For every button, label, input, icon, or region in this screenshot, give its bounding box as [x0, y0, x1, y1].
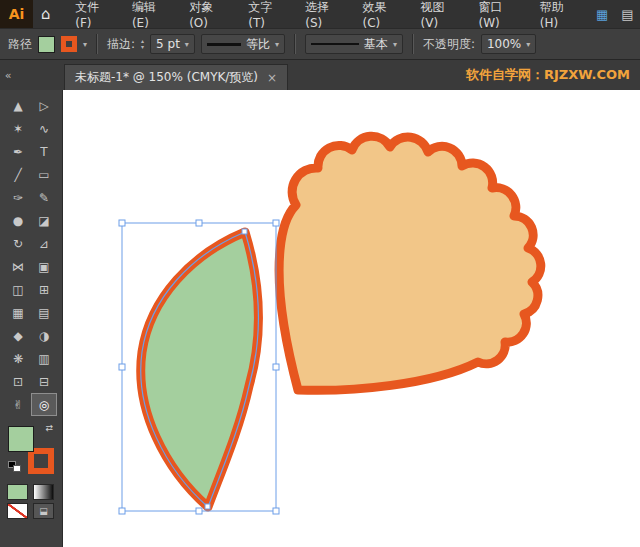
collapse-dock-icon[interactable]: «: [0, 60, 16, 90]
fill-proxy[interactable]: [8, 426, 34, 452]
tools-panel: ▲ ▷ ✶ ∿ ✒ T ╱ ▭ ✑ ✎ ● ◪: [0, 90, 63, 547]
tool-blend[interactable]: ◑: [31, 324, 57, 347]
menu-list: 文件(F) 编辑(E) 对象(O) 文字(T) 选择(S) 效果(C) 视图(V…: [66, 0, 589, 28]
menu-item[interactable]: 选择(S): [296, 0, 353, 28]
document-tab[interactable]: 未标题-1* @ 150% (CMYK/预览) ×: [64, 64, 288, 90]
tool-selection[interactable]: ▲: [5, 94, 31, 117]
default-fill-square: [13, 465, 21, 472]
menu-bar: Ai ⌂ 文件(F) 编辑(E) 对象(O) 文字(T) 选择(S) 效果(C)…: [0, 0, 640, 28]
tool-artboard[interactable]: ⊡: [5, 370, 31, 393]
tool-scale[interactable]: ⊿: [31, 232, 57, 255]
menu-item[interactable]: 对象(O): [180, 0, 239, 28]
canvas[interactable]: [63, 90, 640, 547]
stroke-weight-stepper[interactable]: ▴ ▾: [141, 38, 144, 50]
tool-zoom[interactable]: ◎: [31, 393, 57, 416]
divider: [96, 34, 98, 54]
selection-handle[interactable]: [273, 508, 279, 514]
stroke-weight-combo[interactable]: 5 pt ▾: [150, 34, 195, 54]
home-icon[interactable]: ⌂: [33, 0, 58, 28]
width-profile-combo[interactable]: 等比 ▾: [201, 34, 285, 54]
anchor-point[interactable]: [242, 229, 247, 234]
tool-column-graph[interactable]: ▥: [31, 347, 57, 370]
document-tab-title: 未标题-1* @ 150% (CMYK/预览): [75, 69, 258, 86]
tool-symbol-sprayer[interactable]: ❋: [5, 347, 31, 370]
tool-direct-selection[interactable]: ▷: [31, 94, 57, 117]
selection-handle[interactable]: [273, 220, 279, 226]
screen-mode-button[interactable]: ⬓: [33, 503, 54, 519]
tool-line-segment[interactable]: ╱: [5, 163, 31, 186]
stroke-weight-value: 5 pt: [156, 37, 180, 51]
workspace-switcher-icon[interactable]: ▦: [590, 0, 615, 28]
tool-rotate[interactable]: ↻: [5, 232, 31, 255]
selection-handle[interactable]: [273, 364, 279, 370]
width-profile-preview: [207, 43, 241, 46]
color-button[interactable]: [7, 484, 28, 500]
menu-item[interactable]: 帮助(H): [531, 0, 590, 28]
selection-handle[interactable]: [119, 364, 125, 370]
menu-item[interactable]: 效果(C): [354, 0, 412, 28]
artboard: [63, 90, 640, 547]
fill-color-swatch[interactable]: [38, 36, 55, 53]
tool-lasso[interactable]: ∿: [31, 117, 57, 140]
menu-item[interactable]: 文字(T): [239, 0, 296, 28]
opacity-value: 100%: [487, 37, 521, 51]
stroke-color-swatch[interactable]: [61, 36, 77, 52]
brush-preview: [311, 43, 359, 45]
selection-handle[interactable]: [196, 220, 202, 226]
divider: [294, 34, 296, 54]
menu-item[interactable]: 窗口(W): [469, 0, 530, 28]
opacity-label: 不透明度:: [423, 36, 475, 53]
close-icon[interactable]: ×: [267, 71, 277, 85]
brush-value: 基本: [364, 36, 388, 53]
tool-shape-builder[interactable]: ◫: [5, 278, 31, 301]
tab-bar: « 未标题-1* @ 150% (CMYK/预览) × 软件自学网：RJZXW.…: [0, 60, 640, 90]
tool-width[interactable]: ⋈: [5, 255, 31, 278]
control-bar: 路径 ▾ 描边: ▴ ▾ 5 pt ▾ 等比 ▾ 基本 ▾ 不透明度: 100%…: [0, 28, 640, 60]
tool-mesh[interactable]: ▦: [5, 301, 31, 324]
brush-definition-combo[interactable]: 基本 ▾: [305, 34, 403, 54]
tool-pencil[interactable]: ✎: [31, 186, 57, 209]
stroke-swatch-dropdown-icon[interactable]: ▾: [83, 40, 87, 49]
selection-handle[interactable]: [196, 508, 202, 514]
stroke-label: 描边:: [107, 36, 135, 53]
selection-handle[interactable]: [119, 508, 125, 514]
gradient-button[interactable]: [33, 484, 54, 500]
tool-perspective-grid[interactable]: ⊞: [31, 278, 57, 301]
swap-fill-stroke-icon[interactable]: ⇄: [45, 423, 53, 433]
chevron-down-icon: ▾: [393, 40, 397, 49]
tool-rectangle[interactable]: ▭: [31, 163, 57, 186]
fill-stroke-proxies: ⇄: [8, 426, 54, 474]
main-area: ▲ ▷ ✶ ∿ ✒ T ╱ ▭ ✑ ✎ ● ◪: [0, 90, 640, 547]
chevron-down-icon: ▾: [185, 40, 189, 49]
menu-item[interactable]: 视图(V): [412, 0, 470, 28]
selection-handle[interactable]: [119, 220, 125, 226]
none-button[interactable]: [7, 503, 28, 519]
anchor-point[interactable]: [205, 504, 210, 509]
screen-mode-icon: ⬓: [39, 506, 48, 516]
color-mode-buttons: ⬓: [7, 484, 55, 519]
tab-gap: [16, 60, 64, 90]
watermark-text: 软件自学网：RJZXW.COM: [456, 66, 640, 84]
tool-magic-wand[interactable]: ✶: [5, 117, 31, 140]
tool-gradient[interactable]: ▤: [31, 301, 57, 324]
tool-eyedropper[interactable]: ◆: [5, 324, 31, 347]
tool-slice[interactable]: ⊟: [31, 370, 57, 393]
tool-type[interactable]: T: [31, 140, 57, 163]
tool-hand[interactable]: ✌: [5, 393, 31, 416]
opacity-combo[interactable]: 100% ▾: [481, 34, 536, 54]
menu-item[interactable]: 文件(F): [66, 0, 123, 28]
menu-item[interactable]: 编辑(E): [123, 0, 180, 28]
leaf-shape[interactable]: [141, 232, 259, 507]
panel-menu-icon[interactable]: ▤: [615, 0, 640, 28]
tools-grid: ▲ ▷ ✶ ∿ ✒ T ╱ ▭ ✑ ✎ ● ◪: [5, 94, 57, 416]
tool-free-transform[interactable]: ▣: [31, 255, 57, 278]
default-colors-icon[interactable]: [8, 461, 21, 472]
stepper-down-icon[interactable]: ▾: [141, 44, 144, 50]
tool-blob-brush[interactable]: ●: [5, 209, 31, 232]
tool-paintbrush[interactable]: ✑: [5, 186, 31, 209]
width-profile-value: 等比: [246, 36, 270, 53]
tool-eraser[interactable]: ◪: [31, 209, 57, 232]
scalloped-shape[interactable]: [279, 136, 541, 390]
tool-pen[interactable]: ✒: [5, 140, 31, 163]
chevron-down-icon: ▾: [275, 40, 279, 49]
